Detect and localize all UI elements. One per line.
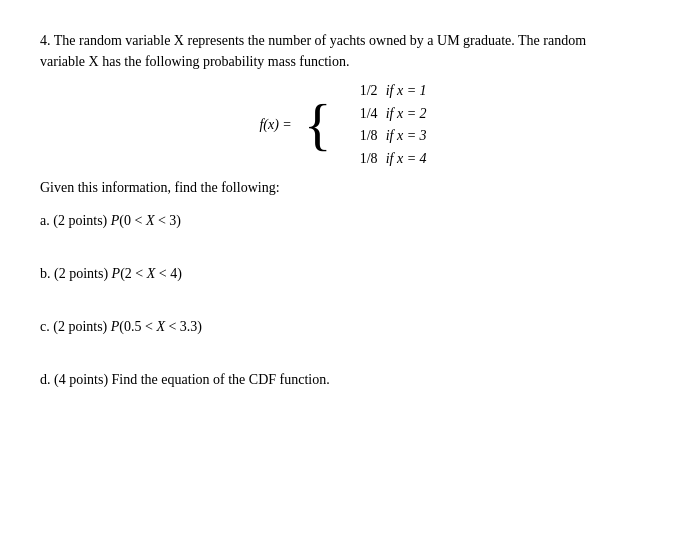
case-condition-4: if x = 4 [386,148,427,170]
brace-left: { [304,96,332,154]
case-row-1: 1/2 if x = 1 [338,80,427,102]
intro-line2: variable X has the following probability… [40,54,350,69]
intro-line1: The random variable X represents the num… [54,33,586,48]
part-a: a. (2 points) P(0 < X < 3) [40,210,646,231]
given-info: Given this information, find the followi… [40,180,646,196]
case-row-2: 1/4 if x = 2 [338,103,427,125]
part-d: d. (4 points) Find the equation of the C… [40,369,646,390]
case-value-3: 1/8 [338,125,378,147]
case-row-3: 1/8 if x = 3 [338,125,427,147]
part-d-label: d. (4 points) Find the equation of the C… [40,369,646,390]
part-b-label: b. (2 points) P(2 < X < 4) [40,263,646,284]
piecewise-function: f(x) = { 1/2 if x = 1 1/4 if x = 2 1/8 i… [40,80,646,170]
part-c: c. (2 points) P(0.5 < X < 3.3) [40,316,646,337]
problem-number: 4. [40,33,51,48]
case-value-1: 1/2 [338,80,378,102]
piecewise-cases: 1/2 if x = 1 1/4 if x = 2 1/8 if x = 3 1… [338,80,427,170]
case-value-4: 1/8 [338,148,378,170]
case-value-2: 1/4 [338,103,378,125]
part-b: b. (2 points) P(2 < X < 4) [40,263,646,284]
case-condition-1: if x = 1 [386,80,427,102]
part-c-label: c. (2 points) P(0.5 < X < 3.3) [40,316,646,337]
case-condition-2: if x = 2 [386,103,427,125]
case-row-4: 1/8 if x = 4 [338,148,427,170]
case-condition-3: if x = 3 [386,125,427,147]
content-area: 4. The random variable X represents the … [40,30,646,390]
given-text: Given this information, find the followi… [40,180,280,195]
fx-label: f(x) = [259,117,291,133]
part-a-label: a. (2 points) P(0 < X < 3) [40,210,646,231]
problem-header: 4. The random variable X represents the … [40,30,646,72]
